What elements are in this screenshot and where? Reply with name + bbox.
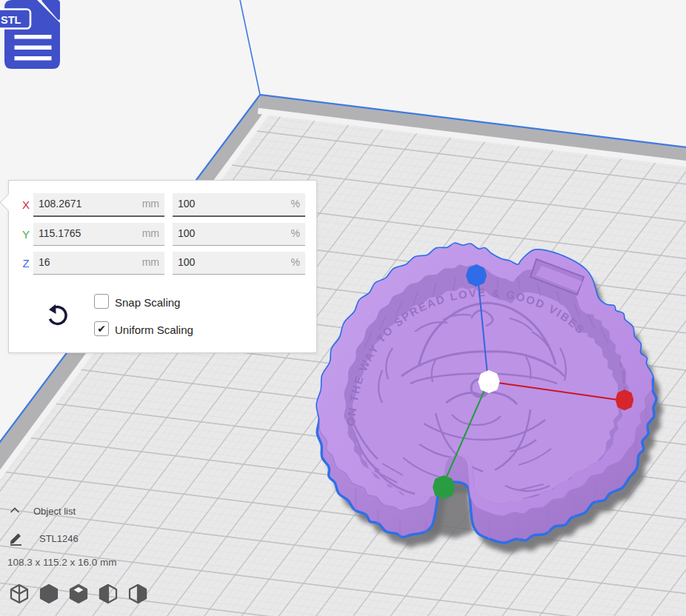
svg-text:STL: STL (1, 14, 21, 26)
